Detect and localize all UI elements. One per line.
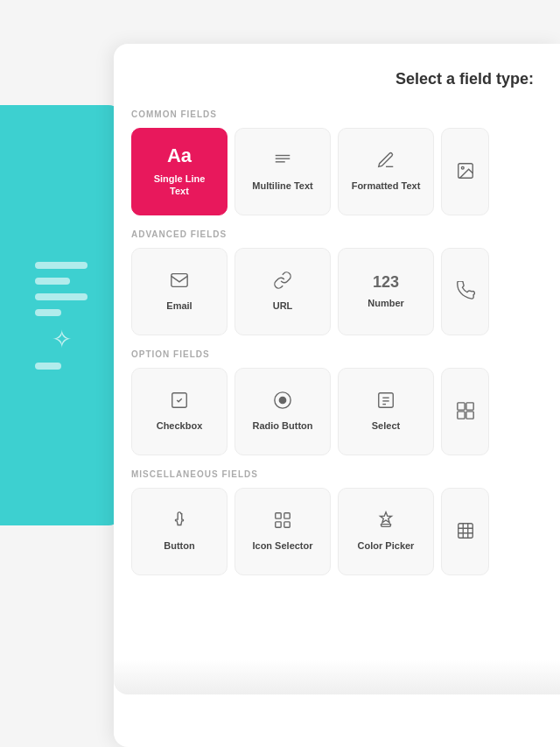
decorative-lines: ✧ (18, 244, 105, 387)
field-card-image-partial[interactable] (441, 128, 489, 215)
field-card-phone-partial[interactable] (441, 248, 489, 335)
select-label: Select (372, 419, 400, 432)
bottom-shadow (114, 659, 560, 694)
deco-line-5 (35, 363, 61, 370)
advanced-fields-grid: Email URL 123 Number (131, 248, 542, 335)
person-icon: ✧ (35, 325, 88, 354)
single-line-icon: Aa (167, 146, 192, 166)
section-label-advanced: ADVANCED FIELDS (131, 229, 542, 239)
svg-rect-20 (284, 522, 290, 527)
deco-line-4 (35, 309, 61, 316)
url-icon (273, 271, 292, 292)
field-card-number[interactable]: 123 Number (338, 248, 434, 335)
formatted-icon (376, 151, 396, 173)
section-label-misc: MISCELLANEOUS FIELDS (131, 469, 542, 479)
radio-label: Radio Button (252, 419, 312, 432)
svg-rect-5 (172, 274, 187, 287)
button-label: Button (164, 539, 194, 552)
section-label-option: OPTION FIELDS (131, 349, 542, 359)
section-label-common: COMMON FIELDS (131, 109, 542, 119)
field-card-email[interactable]: Email (131, 248, 228, 335)
select-icon (376, 391, 396, 412)
field-card-select-from-partial[interactable] (441, 368, 489, 455)
field-card-icon-selector[interactable]: Icon Selector (234, 488, 331, 575)
field-card-radio[interactable]: Radio Button (234, 368, 331, 455)
svg-rect-9 (379, 393, 394, 408)
svg-point-4 (461, 166, 464, 169)
select-from-icon (456, 401, 475, 423)
deco-line-2 (35, 278, 70, 285)
icon-selector-icon (273, 511, 292, 532)
button-icon (170, 511, 189, 532)
misc-fields-grid: Button Icon Selector Color Picker (131, 488, 542, 575)
main-content: Select a field type: COMMON FIELDS Aa Si… (114, 44, 560, 747)
multiline-icon (273, 151, 292, 173)
svg-point-8 (279, 398, 285, 404)
svg-rect-14 (466, 402, 472, 409)
single-line-label: Single LineText (154, 173, 206, 198)
field-card-select[interactable]: Select (338, 368, 434, 455)
color-picker-label: Color Picker (358, 539, 415, 552)
icon-selector-label: Icon Selector (252, 539, 312, 552)
phone-icon (456, 281, 475, 303)
field-card-color-picker[interactable]: Color Picker (338, 488, 434, 575)
formatted-label: Formatted Text (352, 180, 421, 192)
svg-rect-19 (276, 522, 281, 527)
option-fields-grid: Checkbox Radio Button Select (131, 368, 542, 455)
field-card-multiline[interactable]: Multiline Text (234, 128, 331, 215)
field-card-url[interactable]: URL (234, 248, 331, 335)
number-icon: 123 (373, 274, 399, 290)
svg-rect-17 (276, 513, 281, 518)
left-panel: ✧ (0, 105, 122, 525)
field-card-single-line[interactable]: Aa Single LineText (131, 128, 228, 215)
common-fields-grid: Aa Single LineText Multiline Text Format… (131, 128, 542, 215)
field-card-button[interactable]: Button (131, 488, 228, 575)
number-label: Number (368, 297, 404, 309)
checkbox-label: Checkbox (157, 419, 203, 432)
svg-rect-18 (284, 513, 290, 518)
svg-rect-16 (466, 411, 472, 418)
multiline-label: Multiline Text (252, 180, 312, 192)
image-icon (456, 161, 475, 183)
color-picker-icon (376, 511, 396, 532)
page-title: Select a field type: (131, 70, 542, 88)
email-icon (170, 271, 189, 292)
svg-rect-13 (457, 402, 464, 409)
field-card-checkbox[interactable]: Checkbox (131, 368, 228, 455)
svg-rect-15 (457, 411, 464, 418)
table-icon (456, 521, 475, 543)
deco-line-1 (35, 262, 88, 269)
field-card-table-partial[interactable] (441, 488, 489, 575)
svg-rect-21 (458, 523, 472, 538)
radio-icon (273, 391, 292, 412)
checkbox-icon (170, 391, 189, 412)
url-label: URL (273, 300, 293, 312)
email-label: Email (166, 300, 192, 312)
deco-line-3 (35, 293, 88, 300)
field-card-formatted[interactable]: Formatted Text (338, 128, 434, 215)
